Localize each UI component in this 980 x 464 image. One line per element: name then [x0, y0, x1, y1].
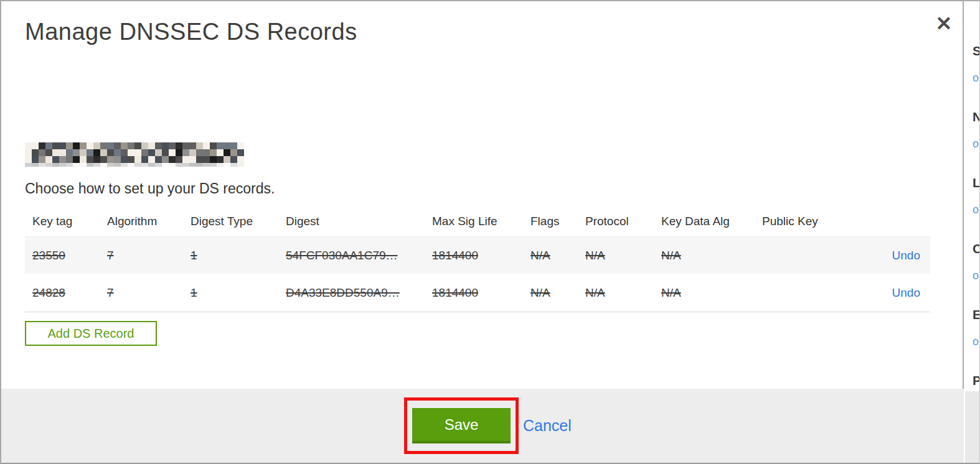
redaction-pixel — [45, 149, 52, 156]
redaction-pixel — [59, 149, 66, 156]
redaction-pixel — [210, 156, 217, 163]
redaction-pixel — [176, 149, 182, 156]
cell-protocol: N/A — [578, 249, 654, 262]
redaction-pixel — [141, 156, 148, 163]
page-title: Manage DNSSEC DS Records — [25, 19, 357, 45]
redaction-pixel — [80, 156, 87, 163]
redaction-pixel — [121, 149, 128, 156]
redaction-pixel — [189, 156, 196, 163]
redaction-pixel — [230, 156, 237, 163]
redaction-pixel — [182, 142, 189, 149]
redaction-pixel — [45, 156, 52, 163]
redaction-pixel — [80, 149, 87, 156]
redaction-pixel — [93, 142, 100, 149]
redaction-pixel — [182, 163, 189, 167]
redaction-pixel — [230, 163, 237, 167]
redaction-pixel — [203, 163, 210, 167]
redaction-pixel — [128, 163, 134, 167]
redaction-pixel — [224, 149, 230, 156]
cell-key-data-alg: N/A — [654, 249, 755, 262]
redaction-pixel — [45, 163, 52, 167]
redaction-pixel — [59, 163, 66, 167]
redaction-pixel — [66, 163, 73, 167]
annotation-highlight-rectangle: Save — [404, 397, 519, 454]
redaction-pixel — [39, 163, 45, 167]
table-row: 23550 7 1 54FCF030AA1C79… 1814400 N/A N/… — [25, 236, 930, 274]
redaction-pixel — [107, 142, 114, 149]
redaction-pixel — [66, 156, 73, 163]
redaction-pixel — [121, 142, 128, 149]
redaction-pixel — [93, 149, 100, 156]
redaction-pixel — [189, 163, 196, 167]
background-gray-area — [965, 391, 980, 464]
redaction-pixel — [148, 142, 155, 149]
col-header-key-data-alg: Key Data Alg — [654, 215, 755, 228]
redaction-pixel — [128, 142, 134, 149]
redaction-pixel — [217, 163, 224, 167]
cancel-link[interactable]: Cancel — [523, 417, 572, 435]
background-page-sliver: SoNoLoCoEoP — [965, 1, 980, 464]
redaction-pixel — [52, 156, 59, 163]
redaction-pixel — [114, 149, 121, 156]
instruction-text: Choose how to set up your DS records. — [25, 180, 275, 197]
redaction-pixel — [217, 149, 224, 156]
close-icon[interactable]: ✕ — [931, 11, 956, 36]
redaction-pixel — [25, 142, 32, 149]
redaction-pixel — [169, 156, 176, 163]
add-ds-record-button[interactable]: Add DS Record — [25, 321, 157, 346]
redaction-pixel — [169, 163, 176, 167]
redaction-pixel — [230, 149, 237, 156]
table-header-row: Key tag Algorithm Digest Type Digest Max… — [25, 206, 930, 236]
background-link-fragment: o — [973, 72, 979, 85]
redaction-pixel — [134, 156, 141, 163]
redaction-pixel — [121, 163, 128, 167]
manage-dnssec-modal: Manage DNSSEC DS Records ✕ Choose how to… — [1, 1, 964, 464]
redaction-pixel — [73, 163, 80, 167]
undo-link[interactable]: Undo — [892, 286, 920, 299]
col-header-algorithm: Algorithm — [100, 215, 183, 228]
cell-protocol: N/A — [578, 286, 654, 300]
redaction-pixel — [25, 149, 32, 156]
redaction-pixel — [196, 163, 203, 167]
background-text-fragment: C — [973, 241, 980, 256]
background-text-fragment: S — [973, 44, 980, 58]
col-header-digest: Digest — [278, 215, 425, 228]
cell-digest-type: 1 — [183, 249, 278, 262]
redaction-pixel — [148, 156, 155, 163]
background-link-fragment: o — [973, 269, 979, 282]
redaction-pixel — [210, 142, 217, 149]
redaction-pixel — [141, 149, 148, 156]
table-row: 24828 7 1 D4A33E8DD550A9… 1814400 N/A N/… — [25, 274, 930, 312]
col-header-protocol: Protocol — [578, 215, 654, 228]
cell-algorithm: 7 — [100, 249, 183, 262]
redaction-pixel — [59, 142, 66, 149]
redaction-pixel — [80, 142, 87, 149]
redaction-pixel — [169, 149, 176, 156]
redaction-pixel — [148, 149, 155, 156]
redaction-pixel — [176, 142, 182, 149]
redaction-pixel — [134, 163, 141, 167]
redaction-pixel — [196, 142, 203, 149]
redaction-pixel — [162, 156, 169, 163]
redaction-pixel — [224, 142, 230, 149]
redaction-pixel — [196, 156, 203, 163]
background-text-fragment: P — [973, 373, 980, 388]
redaction-pixel — [52, 163, 59, 167]
redaction-pixel — [73, 142, 80, 149]
redaction-pixel — [203, 142, 210, 149]
cell-digest-type: 1 — [183, 286, 278, 300]
ds-records-table: Key tag Algorithm Digest Type Digest Max… — [25, 206, 930, 312]
undo-link[interactable]: Undo — [892, 249, 920, 262]
redaction-pixel — [100, 142, 107, 149]
redaction-pixel — [39, 142, 45, 149]
background-link-fragment: o — [973, 335, 979, 348]
redaction-pixel — [196, 149, 203, 156]
redaction-pixel — [237, 156, 244, 163]
save-button[interactable]: Save — [412, 408, 511, 443]
redaction-pixel — [107, 156, 114, 163]
redaction-pixel — [100, 149, 107, 156]
redaction-pixel — [87, 156, 93, 163]
redaction-pixel — [217, 142, 224, 149]
redaction-pixel — [182, 156, 189, 163]
col-header-max-sig-life: Max Sig Life — [425, 215, 523, 228]
